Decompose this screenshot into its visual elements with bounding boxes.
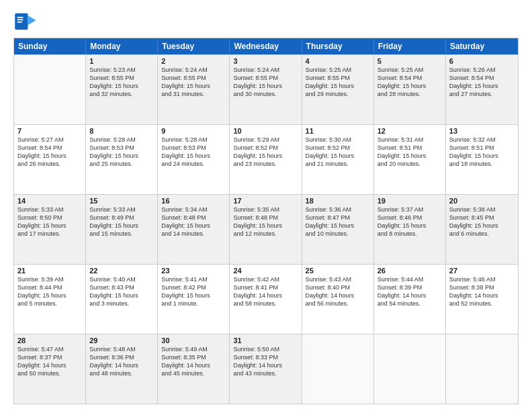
- cell-info-line: Sunrise: 5:37 AM: [378, 205, 442, 214]
- cell-info-line: and 54 minutes.: [378, 300, 442, 308]
- cell-info-line: Sunset: 8:52 PM: [233, 144, 298, 152]
- cell-info-line: Sunset: 8:39 PM: [378, 283, 442, 291]
- cell-info-line: and 32 minutes.: [89, 90, 154, 98]
- svg-marker-1: [28, 15, 36, 25]
- weekday-header-tuesday: Tuesday: [158, 38, 230, 54]
- cell-info-line: and 29 minutes.: [306, 90, 370, 98]
- cell-info-line: Daylight: 15 hours: [449, 82, 515, 90]
- day-number: 7: [17, 127, 82, 135]
- cell-info-line: Sunset: 8:44 PM: [17, 283, 82, 291]
- cal-cell-26: 26Sunrise: 5:44 AMSunset: 8:39 PMDayligh…: [374, 265, 446, 334]
- cell-info-line: and 48 minutes.: [89, 369, 154, 377]
- cell-info-line: Sunrise: 5:25 AM: [378, 66, 442, 74]
- cell-info-line: Sunset: 8:51 PM: [449, 144, 515, 152]
- calendar: SundayMondayTuesdayWednesdayThursdayFrid…: [13, 38, 519, 404]
- logo: [13, 12, 40, 31]
- day-number: 12: [378, 127, 442, 135]
- weekday-header-thursday: Thursday: [302, 38, 374, 54]
- cell-info-line: Sunrise: 5:36 AM: [306, 205, 370, 214]
- cell-info-line: Sunrise: 5:24 AM: [161, 66, 226, 74]
- cal-cell-13: 13Sunrise: 5:32 AMSunset: 8:51 PMDayligh…: [446, 125, 518, 194]
- cell-info-line: Daylight: 15 hours: [17, 291, 82, 300]
- cell-info-line: Daylight: 15 hours: [89, 222, 154, 230]
- cell-info-line: Sunrise: 5:25 AM: [306, 66, 370, 74]
- cell-info-line: Daylight: 15 hours: [306, 152, 370, 160]
- day-number: 6: [449, 57, 515, 65]
- day-number: 9: [161, 127, 226, 135]
- cell-info-line: Sunset: 8:53 PM: [161, 144, 226, 152]
- cell-info-line: Sunset: 8:42 PM: [161, 283, 226, 291]
- cell-info-line: and 1 minute.: [161, 300, 226, 308]
- cell-info-line: and 23 minutes.: [233, 160, 298, 168]
- cell-info-line: Daylight: 15 hours: [17, 152, 82, 160]
- cell-info-line: and 24 minutes.: [161, 160, 226, 168]
- cal-cell-empty-5: [374, 334, 446, 404]
- cell-info-line: Daylight: 14 hours: [233, 291, 298, 300]
- day-number: 23: [161, 267, 226, 275]
- cell-info-line: Sunrise: 5:44 AM: [378, 275, 442, 283]
- cal-cell-10: 10Sunrise: 5:29 AMSunset: 8:52 PMDayligh…: [230, 125, 302, 194]
- svg-rect-3: [17, 19, 24, 21]
- day-number: 26: [378, 267, 442, 275]
- cal-cell-3: 3Sunrise: 5:24 AMSunset: 8:55 PMDaylight…: [230, 55, 302, 124]
- day-number: 29: [89, 336, 154, 345]
- cell-info-line: and 3 minutes.: [89, 300, 154, 308]
- weekday-header-monday: Monday: [86, 38, 158, 54]
- day-number: 21: [17, 267, 82, 275]
- cell-info-line: and 14 minutes.: [161, 230, 226, 238]
- cell-info-line: Sunset: 8:48 PM: [233, 214, 298, 222]
- cell-info-line: Daylight: 15 hours: [161, 222, 226, 230]
- cell-info-line: Sunset: 8:40 PM: [306, 283, 370, 291]
- cell-info-line: and 30 minutes.: [233, 90, 298, 98]
- cell-info-line: Sunset: 8:53 PM: [89, 144, 154, 152]
- day-number: 3: [233, 57, 298, 65]
- cell-info-line: Daylight: 15 hours: [233, 222, 298, 230]
- cell-info-line: Sunrise: 5:47 AM: [17, 345, 82, 353]
- cell-info-line: Daylight: 15 hours: [378, 222, 442, 230]
- cal-cell-empty-6: [446, 334, 518, 404]
- cell-info-line: Sunset: 8:38 PM: [449, 283, 515, 291]
- weekday-header-wednesday: Wednesday: [230, 38, 302, 54]
- cal-cell-21: 21Sunrise: 5:39 AMSunset: 8:44 PMDayligh…: [14, 265, 86, 334]
- day-number: 17: [233, 197, 298, 205]
- day-number: 13: [449, 127, 515, 135]
- cell-info-line: Sunset: 8:36 PM: [89, 353, 154, 361]
- weekday-header-friday: Friday: [374, 38, 446, 54]
- day-number: 1: [89, 57, 154, 65]
- cell-info-line: and 52 minutes.: [449, 300, 515, 308]
- cell-info-line: and 43 minutes.: [233, 369, 298, 377]
- day-number: 22: [89, 267, 154, 275]
- cell-info-line: Sunrise: 5:24 AM: [233, 66, 298, 74]
- cell-info-line: Sunset: 8:47 PM: [306, 214, 370, 222]
- cal-cell-27: 27Sunrise: 5:46 AMSunset: 8:38 PMDayligh…: [446, 265, 518, 334]
- weekday-header-saturday: Saturday: [446, 38, 518, 54]
- calendar-row-3: 14Sunrise: 5:33 AMSunset: 8:50 PMDayligh…: [14, 194, 518, 264]
- calendar-row-2: 7Sunrise: 5:27 AMSunset: 8:54 PMDaylight…: [14, 124, 518, 194]
- day-number: 2: [161, 57, 226, 65]
- cell-info-line: Daylight: 15 hours: [306, 82, 370, 90]
- cell-info-line: Daylight: 14 hours: [233, 361, 298, 369]
- cell-info-line: Daylight: 15 hours: [449, 222, 515, 230]
- cell-info-line: and 18 minutes.: [449, 160, 515, 168]
- day-number: 10: [233, 127, 298, 135]
- cell-info-line: Sunrise: 5:23 AM: [89, 66, 154, 74]
- cal-cell-23: 23Sunrise: 5:41 AMSunset: 8:42 PMDayligh…: [158, 265, 230, 334]
- header: [13, 12, 519, 31]
- cell-info-line: Sunset: 8:46 PM: [378, 214, 442, 222]
- day-number: 31: [233, 336, 298, 345]
- cell-info-line: Sunrise: 5:34 AM: [161, 205, 226, 214]
- cell-info-line: Sunrise: 5:49 AM: [161, 345, 226, 353]
- day-number: 27: [449, 267, 515, 275]
- page: SundayMondayTuesdayWednesdayThursdayFrid…: [0, 0, 532, 411]
- cell-info-line: Daylight: 14 hours: [17, 361, 82, 369]
- cell-info-line: and 50 minutes.: [17, 369, 82, 377]
- day-number: 8: [89, 127, 154, 135]
- cell-info-line: Sunset: 8:51 PM: [378, 144, 442, 152]
- day-number: 18: [306, 197, 370, 205]
- cell-info-line: Sunset: 8:37 PM: [17, 353, 82, 361]
- cell-info-line: Sunrise: 5:32 AM: [449, 136, 515, 144]
- cal-cell-22: 22Sunrise: 5:40 AMSunset: 8:43 PMDayligh…: [86, 265, 158, 334]
- cal-cell-5: 5Sunrise: 5:25 AMSunset: 8:54 PMDaylight…: [374, 55, 446, 124]
- cell-info-line: Daylight: 14 hours: [306, 291, 370, 300]
- day-number: 20: [449, 197, 515, 205]
